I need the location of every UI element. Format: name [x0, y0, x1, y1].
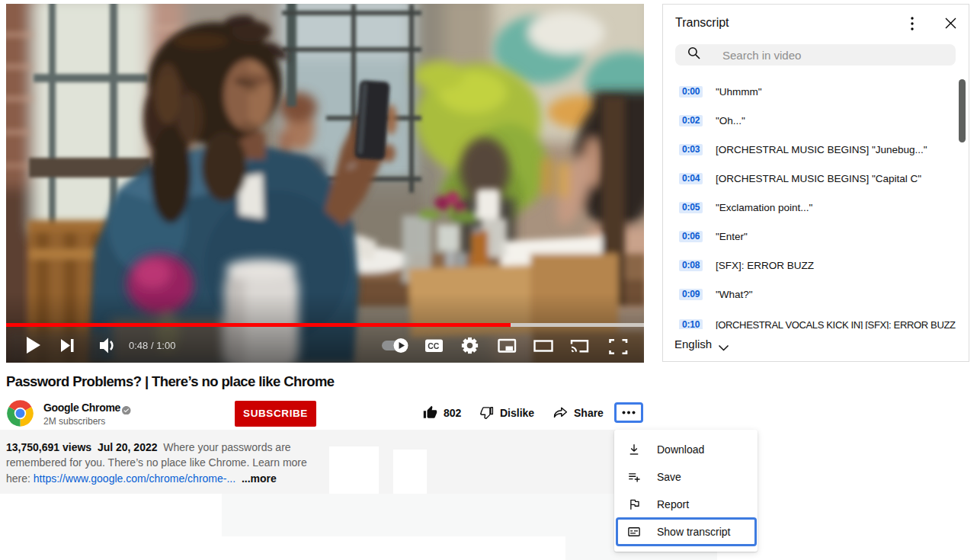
svg-text:0:48 / 1:00: 0:48 / 1:00 [129, 340, 175, 351]
svg-text:CC: CC [428, 341, 440, 350]
